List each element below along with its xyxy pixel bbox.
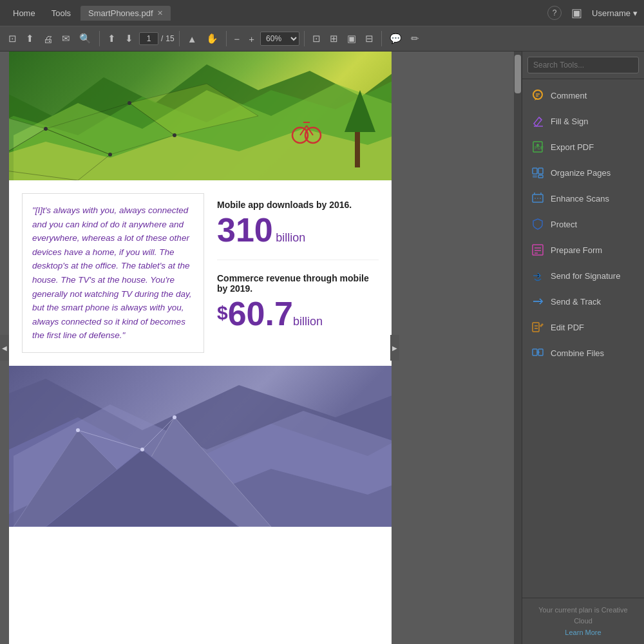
export-pdf-tool-label: Export PDF — [551, 142, 594, 152]
pen-toolbar-btn[interactable]: ✏ — [408, 30, 422, 47]
pdf-content: "[I]t's always with you, always connecte… — [9, 180, 392, 366]
stat2-prefix: $ — [217, 303, 228, 323]
fill-sign-tool-icon — [531, 115, 544, 128]
find-btn[interactable]: 🔍 — [76, 30, 95, 47]
pdf-stats: Mobile app downloads by 2016. 310 billio… — [217, 193, 379, 353]
pdf-quote-box: "[I]t's always with you, always connecte… — [22, 193, 204, 353]
thumbnail-btn[interactable]: ▣ — [344, 30, 359, 47]
stat2-label: Commerce revenue through mobile by 2019. — [217, 273, 379, 294]
edit-pdf-tool-icon — [531, 321, 544, 334]
menu-tools[interactable]: Tools — [45, 6, 77, 21]
fit-page-btn[interactable]: ⊡ — [309, 30, 324, 47]
prev-page-btn[interactable]: ⬆ — [104, 30, 119, 47]
tablet-icon-btn[interactable]: ▣ — [571, 6, 582, 20]
svg-point-16 — [108, 153, 112, 156]
stat1-unit: billion — [276, 231, 305, 244]
zoom-out-btn[interactable]: − — [231, 31, 243, 47]
username-label: Username — [592, 8, 630, 18]
send-signature-tool-icon — [531, 269, 544, 282]
svg-rect-40 — [533, 175, 537, 178]
svg-point-17 — [128, 101, 131, 105]
enhance-scans-tool-icon — [531, 192, 544, 205]
hand-btn[interactable]: ✋ — [203, 30, 222, 47]
combine-files-tool-label: Combine Files — [551, 348, 604, 358]
svg-rect-41 — [538, 175, 543, 178]
svg-text:PDF: PDF — [535, 146, 544, 150]
export-pdf-tool-icon: PDF — [531, 140, 544, 153]
document-tab[interactable]: SmartPhones.pdf ✕ — [80, 6, 170, 21]
send-signature-tool[interactable]: Send for Signature — [522, 263, 644, 289]
organize-pages-tool-label: Organize Pages — [551, 168, 611, 178]
svg-point-15 — [44, 127, 48, 131]
prepare-form-tool[interactable]: Prepare Form — [522, 237, 644, 263]
protect-tool[interactable]: Protect — [522, 211, 644, 237]
zoom-select[interactable]: 60% 75% 100% 125% — [260, 32, 299, 46]
send-signature-tool-label: Send for Signature — [551, 271, 620, 281]
print-btn[interactable]: 🖨 — [40, 31, 56, 47]
search-tools-input[interactable] — [527, 57, 639, 73]
svg-rect-51 — [533, 349, 537, 355]
scroll-thumb[interactable] — [515, 55, 521, 93]
edit-pdf-tool-label: Edit PDF — [551, 323, 584, 332]
enhance-scans-tool-label: Enhance Scans — [551, 194, 609, 204]
organize-pages-tool[interactable]: Organize Pages — [522, 160, 644, 185]
stat2-unit: billion — [293, 315, 323, 328]
fill-sign-tool-label: Fill & Sign — [551, 117, 589, 126]
create-pdf-btn[interactable]: ⊡ — [5, 30, 20, 47]
rotate-btn[interactable]: ⊟ — [362, 30, 377, 47]
username-btn[interactable]: Username ▾ — [592, 8, 638, 18]
pdf-quote-text: "[I]t's always with you, always connecte… — [32, 205, 191, 340]
stat1-number: 310 — [217, 211, 273, 249]
svg-rect-38 — [533, 168, 537, 174]
menu-right: ? ▣ Username ▾ — [547, 6, 638, 20]
pdf-footer-image — [9, 366, 392, 527]
combine-files-tool[interactable]: Combine Files — [522, 340, 644, 366]
right-panel-toggle[interactable]: ▶ — [390, 335, 399, 361]
stat2-number-group: $60.7billion — [217, 297, 379, 330]
share-btn[interactable]: ⬆ — [23, 30, 37, 47]
email-btn[interactable]: ✉ — [59, 30, 73, 47]
learn-more-link[interactable]: Learn More — [565, 629, 601, 636]
scrollbar[interactable] — [514, 52, 522, 644]
menu-home[interactable]: Home — [6, 6, 42, 21]
search-tools-area — [522, 52, 644, 79]
menu-bar: Home Tools SmartPhones.pdf ✕ ? ▣ Usernam… — [0, 0, 644, 26]
stat2-number: 60.7 — [228, 295, 293, 332]
edit-pdf-tool[interactable]: Edit PDF — [522, 314, 644, 340]
toolbar: ⊡ ⬆ 🖨 ✉ 🔍 ⬆ ⬇ / 15 ▲ ✋ − + 60% 75% 100% … — [0, 26, 644, 52]
left-panel-toggle[interactable]: ◀ — [0, 335, 9, 361]
page-nav: / 15 — [139, 32, 175, 45]
fill-sign-tool[interactable]: Fill & Sign — [522, 108, 644, 134]
page-separator: / — [161, 34, 163, 43]
svg-rect-4 — [355, 129, 360, 167]
send-track-tool-icon — [531, 295, 544, 308]
help-btn[interactable]: ? — [547, 6, 562, 20]
dropdown-arrow: ▾ — [633, 8, 638, 18]
stat1-number-group: 310 billion — [217, 213, 379, 247]
pdf-viewer: ◀ ▶ — [0, 52, 522, 644]
svg-point-18 — [173, 133, 176, 137]
stat1-label: Mobile app downloads by 2016. — [217, 200, 379, 210]
send-track-tool[interactable]: Send & Track — [522, 289, 644, 314]
fit-width-btn[interactable]: ⊞ — [327, 30, 341, 47]
export-pdf-tool[interactable]: PDFExport PDF — [522, 134, 644, 160]
tools-list: CommentFill & SignPDFExport PDFOrganize … — [522, 79, 644, 598]
organize-pages-tool-icon — [531, 166, 544, 179]
cursor-btn[interactable]: ▲ — [184, 31, 200, 47]
svg-rect-39 — [538, 168, 543, 174]
comment-tool[interactable]: Comment — [522, 82, 644, 108]
protect-tool-icon — [531, 218, 544, 231]
prepare-form-tool-label: Prepare Form — [551, 245, 602, 255]
page-total: 15 — [166, 34, 174, 43]
send-track-tool-label: Send & Track — [551, 297, 601, 307]
zoom-in-btn[interactable]: + — [245, 31, 258, 47]
comment-tool-label: Comment — [551, 91, 587, 100]
panel-footer: Your current plan is Creative Cloud Lear… — [522, 598, 644, 644]
page-input[interactable] — [139, 32, 158, 45]
enhance-scans-tool[interactable]: Enhance Scans — [522, 185, 644, 211]
next-page-btn[interactable]: ⬇ — [122, 30, 137, 47]
comment-toolbar-btn[interactable]: 💬 — [386, 30, 405, 47]
prepare-form-tool-icon — [531, 243, 544, 256]
tab-close-btn[interactable]: ✕ — [157, 9, 163, 17]
svg-rect-48 — [533, 323, 539, 332]
